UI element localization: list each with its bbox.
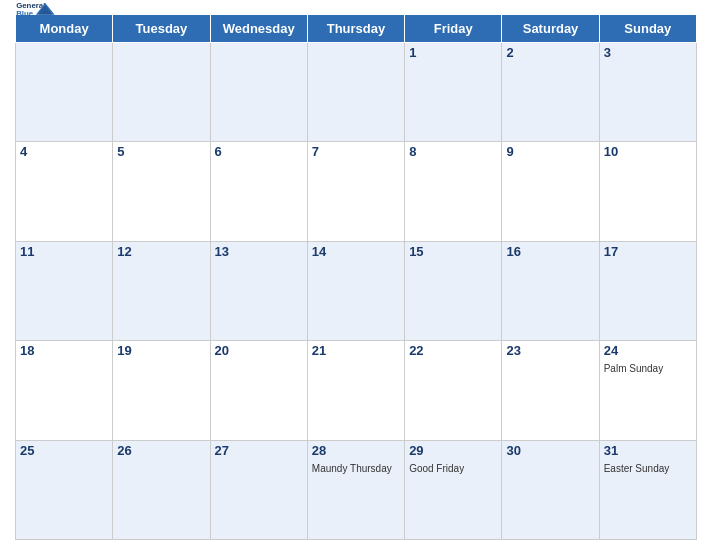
day-number: 15 bbox=[409, 244, 497, 259]
calendar-cell: 11 bbox=[16, 241, 113, 340]
weekday-header-friday: Friday bbox=[405, 15, 502, 43]
calendar-week-row: 18192021222324Palm Sunday bbox=[16, 341, 697, 440]
day-number: 25 bbox=[20, 443, 108, 458]
weekday-header-tuesday: Tuesday bbox=[113, 15, 210, 43]
holiday-name: Palm Sunday bbox=[604, 363, 663, 374]
day-number: 21 bbox=[312, 343, 400, 358]
day-number: 19 bbox=[117, 343, 205, 358]
day-number: 13 bbox=[215, 244, 303, 259]
weekday-header-saturday: Saturday bbox=[502, 15, 599, 43]
weekday-header-thursday: Thursday bbox=[307, 15, 404, 43]
day-number: 16 bbox=[506, 244, 594, 259]
day-number: 29 bbox=[409, 443, 497, 458]
calendar-cell: 22 bbox=[405, 341, 502, 440]
day-number: 30 bbox=[506, 443, 594, 458]
day-number: 14 bbox=[312, 244, 400, 259]
day-number: 27 bbox=[215, 443, 303, 458]
day-number: 1 bbox=[409, 45, 497, 60]
day-number: 26 bbox=[117, 443, 205, 458]
calendar-cell: 26 bbox=[113, 440, 210, 539]
calendar-cell: 19 bbox=[113, 341, 210, 440]
day-number: 4 bbox=[20, 144, 108, 159]
calendar-cell: 29Good Friday bbox=[405, 440, 502, 539]
calendar-cell: 12 bbox=[113, 241, 210, 340]
day-number: 23 bbox=[506, 343, 594, 358]
day-number: 7 bbox=[312, 144, 400, 159]
day-number: 28 bbox=[312, 443, 400, 458]
calendar-cell: 2 bbox=[502, 43, 599, 142]
calendar-cell: 20 bbox=[210, 341, 307, 440]
calendar-week-row: 45678910 bbox=[16, 142, 697, 241]
calendar-cell: 13 bbox=[210, 241, 307, 340]
calendar-week-row: 123 bbox=[16, 43, 697, 142]
svg-text:Blue: Blue bbox=[16, 9, 34, 18]
day-number: 11 bbox=[20, 244, 108, 259]
weekday-header-wednesday: Wednesday bbox=[210, 15, 307, 43]
calendar-cell bbox=[16, 43, 113, 142]
weekday-header-sunday: Sunday bbox=[599, 15, 696, 43]
day-number: 22 bbox=[409, 343, 497, 358]
calendar-cell: 23 bbox=[502, 341, 599, 440]
calendar-cell: 16 bbox=[502, 241, 599, 340]
calendar-cell: 24Palm Sunday bbox=[599, 341, 696, 440]
calendar-cell: 10 bbox=[599, 142, 696, 241]
day-number: 18 bbox=[20, 343, 108, 358]
weekday-header-row: MondayTuesdayWednesdayThursdayFridaySatu… bbox=[16, 15, 697, 43]
day-number: 5 bbox=[117, 144, 205, 159]
day-number: 12 bbox=[117, 244, 205, 259]
calendar-cell: 1 bbox=[405, 43, 502, 142]
calendar-cell: 3 bbox=[599, 43, 696, 142]
logo: General Blue bbox=[15, 0, 55, 21]
calendar-cell: 31Easter Sunday bbox=[599, 440, 696, 539]
holiday-name: Good Friday bbox=[409, 463, 464, 474]
holiday-name: Maundy Thursday bbox=[312, 463, 392, 474]
calendar-cell bbox=[113, 43, 210, 142]
day-number: 31 bbox=[604, 443, 692, 458]
calendar-cell: 30 bbox=[502, 440, 599, 539]
calendar-cell: 17 bbox=[599, 241, 696, 340]
calendar-cell: 8 bbox=[405, 142, 502, 241]
day-number: 8 bbox=[409, 144, 497, 159]
calendar-cell: 14 bbox=[307, 241, 404, 340]
logo-svg: General Blue bbox=[15, 0, 55, 21]
calendar-cell: 15 bbox=[405, 241, 502, 340]
day-number: 17 bbox=[604, 244, 692, 259]
calendar-week-row: 25262728Maundy Thursday29Good Friday3031… bbox=[16, 440, 697, 539]
day-number: 6 bbox=[215, 144, 303, 159]
calendar-cell bbox=[307, 43, 404, 142]
day-number: 3 bbox=[604, 45, 692, 60]
calendar-table: MondayTuesdayWednesdayThursdayFridaySatu… bbox=[15, 14, 697, 540]
calendar-cell: 5 bbox=[113, 142, 210, 241]
calendar-cell: 21 bbox=[307, 341, 404, 440]
calendar-cell: 25 bbox=[16, 440, 113, 539]
day-number: 9 bbox=[506, 144, 594, 159]
calendar-cell: 18 bbox=[16, 341, 113, 440]
calendar-cell: 6 bbox=[210, 142, 307, 241]
calendar-cell: 9 bbox=[502, 142, 599, 241]
calendar-cell: 7 bbox=[307, 142, 404, 241]
day-number: 10 bbox=[604, 144, 692, 159]
calendar-cell: 4 bbox=[16, 142, 113, 241]
calendar-cell bbox=[210, 43, 307, 142]
holiday-name: Easter Sunday bbox=[604, 463, 670, 474]
day-number: 24 bbox=[604, 343, 692, 358]
day-number: 20 bbox=[215, 343, 303, 358]
day-number: 2 bbox=[506, 45, 594, 60]
calendar-cell: 28Maundy Thursday bbox=[307, 440, 404, 539]
calendar-cell: 27 bbox=[210, 440, 307, 539]
calendar-week-row: 11121314151617 bbox=[16, 241, 697, 340]
